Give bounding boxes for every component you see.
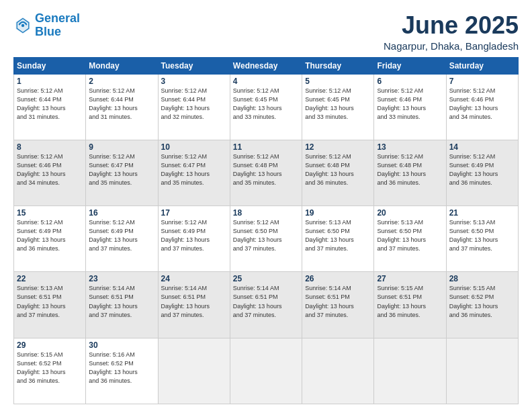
- table-row: 20Sunrise: 5:13 AM Sunset: 6:50 PM Dayli…: [374, 206, 446, 272]
- day-number: 5: [305, 77, 371, 86]
- day-number: 2: [89, 77, 154, 86]
- table-row: 21Sunrise: 5:13 AM Sunset: 6:50 PM Dayli…: [446, 206, 518, 272]
- day-number: 3: [161, 77, 227, 86]
- day-info: Sunrise: 5:14 AM Sunset: 6:51 PM Dayligh…: [233, 284, 299, 319]
- day-number: 13: [377, 142, 443, 152]
- table-row: 22Sunrise: 5:13 AM Sunset: 6:51 PM Dayli…: [14, 272, 86, 338]
- table-row: 28Sunrise: 5:15 AM Sunset: 6:52 PM Dayli…: [446, 272, 518, 338]
- week-row-3: 15Sunrise: 5:12 AM Sunset: 6:49 PM Dayli…: [14, 206, 519, 272]
- week-row-2: 8Sunrise: 5:12 AM Sunset: 6:46 PM Daylig…: [14, 140, 519, 205]
- day-info: Sunrise: 5:12 AM Sunset: 6:49 PM Dayligh…: [89, 218, 154, 253]
- table-row: 4Sunrise: 5:12 AM Sunset: 6:45 PM Daylig…: [230, 74, 302, 140]
- logo-text-block: General Blue: [35, 12, 80, 39]
- week-row-5: 29Sunrise: 5:15 AM Sunset: 6:52 PM Dayli…: [14, 338, 519, 404]
- table-row: [446, 338, 518, 404]
- table-row: [302, 338, 374, 404]
- header-row: Sunday Monday Tuesday Wednesday Thursday…: [14, 57, 519, 74]
- day-number: 17: [161, 208, 227, 218]
- day-number: 23: [89, 274, 154, 283]
- day-info: Sunrise: 5:12 AM Sunset: 6:48 PM Dayligh…: [377, 152, 443, 187]
- day-number: 28: [449, 274, 515, 283]
- page: General Blue June 2025 Nagarpur, Dhaka, …: [0, 0, 532, 411]
- table-row: 10Sunrise: 5:12 AM Sunset: 6:47 PM Dayli…: [158, 140, 230, 205]
- calendar-table: Sunday Monday Tuesday Wednesday Thursday…: [13, 57, 519, 404]
- day-number: 19: [305, 208, 371, 218]
- day-number: 21: [449, 208, 515, 218]
- table-row: 7Sunrise: 5:12 AM Sunset: 6:46 PM Daylig…: [446, 74, 518, 140]
- header: General Blue June 2025 Nagarpur, Dhaka, …: [13, 12, 519, 52]
- day-info: Sunrise: 5:12 AM Sunset: 6:47 PM Dayligh…: [89, 152, 154, 187]
- table-row: 18Sunrise: 5:12 AM Sunset: 6:50 PM Dayli…: [230, 206, 302, 272]
- table-row: 13Sunrise: 5:12 AM Sunset: 6:48 PM Dayli…: [374, 140, 446, 205]
- day-number: 20: [377, 208, 443, 218]
- svg-point-2: [21, 24, 24, 27]
- day-info: Sunrise: 5:14 AM Sunset: 6:51 PM Dayligh…: [305, 284, 371, 319]
- day-info: Sunrise: 5:13 AM Sunset: 6:51 PM Dayligh…: [17, 284, 83, 319]
- day-number: 15: [17, 208, 83, 218]
- col-header-monday: Monday: [86, 57, 158, 74]
- col-header-thursday: Thursday: [302, 57, 374, 74]
- table-row: 1Sunrise: 5:12 AM Sunset: 6:44 PM Daylig…: [14, 74, 86, 140]
- day-number: 27: [377, 274, 443, 283]
- logo-icon: [13, 16, 32, 35]
- day-number: 9: [89, 142, 154, 152]
- day-info: Sunrise: 5:12 AM Sunset: 6:47 PM Dayligh…: [161, 152, 227, 187]
- logo: General Blue: [13, 12, 80, 39]
- day-number: 6: [377, 77, 443, 86]
- col-header-saturday: Saturday: [446, 57, 518, 74]
- day-info: Sunrise: 5:13 AM Sunset: 6:50 PM Dayligh…: [449, 218, 515, 253]
- table-row: 27Sunrise: 5:15 AM Sunset: 6:51 PM Dayli…: [374, 272, 446, 338]
- table-row: 9Sunrise: 5:12 AM Sunset: 6:47 PM Daylig…: [86, 140, 158, 205]
- table-row: 25Sunrise: 5:14 AM Sunset: 6:51 PM Dayli…: [230, 272, 302, 338]
- day-info: Sunrise: 5:12 AM Sunset: 6:46 PM Dayligh…: [17, 152, 83, 187]
- day-number: 1: [17, 77, 83, 86]
- day-number: 12: [305, 142, 371, 152]
- day-info: Sunrise: 5:12 AM Sunset: 6:44 PM Dayligh…: [17, 87, 83, 122]
- day-info: Sunrise: 5:14 AM Sunset: 6:51 PM Dayligh…: [89, 284, 154, 319]
- day-info: Sunrise: 5:12 AM Sunset: 6:49 PM Dayligh…: [161, 218, 227, 253]
- table-row: 26Sunrise: 5:14 AM Sunset: 6:51 PM Dayli…: [302, 272, 374, 338]
- table-row: 19Sunrise: 5:13 AM Sunset: 6:50 PM Dayli…: [302, 206, 374, 272]
- day-number: 7: [449, 77, 515, 86]
- day-info: Sunrise: 5:13 AM Sunset: 6:50 PM Dayligh…: [377, 218, 443, 253]
- day-info: Sunrise: 5:12 AM Sunset: 6:49 PM Dayligh…: [17, 218, 83, 253]
- table-row: 17Sunrise: 5:12 AM Sunset: 6:49 PM Dayli…: [158, 206, 230, 272]
- day-number: 29: [17, 340, 83, 350]
- day-info: Sunrise: 5:12 AM Sunset: 6:44 PM Dayligh…: [89, 87, 154, 122]
- day-number: 30: [89, 340, 154, 350]
- day-info: Sunrise: 5:15 AM Sunset: 6:51 PM Dayligh…: [377, 284, 443, 319]
- day-number: 26: [305, 274, 371, 283]
- col-header-sunday: Sunday: [14, 57, 86, 74]
- day-number: 10: [161, 142, 227, 152]
- day-info: Sunrise: 5:15 AM Sunset: 6:52 PM Dayligh…: [17, 351, 83, 385]
- col-header-friday: Friday: [374, 57, 446, 74]
- calendar-subtitle: Nagarpur, Dhaka, Bangladesh: [384, 40, 519, 52]
- day-number: 11: [233, 142, 299, 152]
- table-row: [374, 338, 446, 404]
- col-header-wednesday: Wednesday: [230, 57, 302, 74]
- day-info: Sunrise: 5:16 AM Sunset: 6:52 PM Dayligh…: [89, 351, 154, 385]
- day-info: Sunrise: 5:12 AM Sunset: 6:44 PM Dayligh…: [161, 87, 227, 122]
- day-info: Sunrise: 5:12 AM Sunset: 6:48 PM Dayligh…: [233, 152, 299, 187]
- day-number: 4: [233, 77, 299, 86]
- table-row: 12Sunrise: 5:12 AM Sunset: 6:48 PM Dayli…: [302, 140, 374, 205]
- table-row: 16Sunrise: 5:12 AM Sunset: 6:49 PM Dayli…: [86, 206, 158, 272]
- day-info: Sunrise: 5:12 AM Sunset: 6:45 PM Dayligh…: [233, 87, 299, 122]
- day-number: 24: [161, 274, 227, 283]
- day-number: 18: [233, 208, 299, 218]
- table-row: 8Sunrise: 5:12 AM Sunset: 6:46 PM Daylig…: [14, 140, 86, 205]
- col-header-tuesday: Tuesday: [158, 57, 230, 74]
- table-row: 30Sunrise: 5:16 AM Sunset: 6:52 PM Dayli…: [86, 338, 158, 404]
- day-info: Sunrise: 5:12 AM Sunset: 6:50 PM Dayligh…: [233, 218, 299, 253]
- week-row-1: 1Sunrise: 5:12 AM Sunset: 6:44 PM Daylig…: [14, 74, 519, 140]
- title-block: June 2025 Nagarpur, Dhaka, Bangladesh: [384, 12, 519, 52]
- day-info: Sunrise: 5:12 AM Sunset: 6:46 PM Dayligh…: [449, 87, 515, 122]
- day-number: 14: [449, 142, 515, 152]
- calendar-title: June 2025: [384, 12, 519, 39]
- table-row: 11Sunrise: 5:12 AM Sunset: 6:48 PM Dayli…: [230, 140, 302, 205]
- day-number: 8: [17, 142, 83, 152]
- table-row: 29Sunrise: 5:15 AM Sunset: 6:52 PM Dayli…: [14, 338, 86, 404]
- table-row: 24Sunrise: 5:14 AM Sunset: 6:51 PM Dayli…: [158, 272, 230, 338]
- table-row: 2Sunrise: 5:12 AM Sunset: 6:44 PM Daylig…: [86, 74, 158, 140]
- day-info: Sunrise: 5:12 AM Sunset: 6:46 PM Dayligh…: [377, 87, 443, 122]
